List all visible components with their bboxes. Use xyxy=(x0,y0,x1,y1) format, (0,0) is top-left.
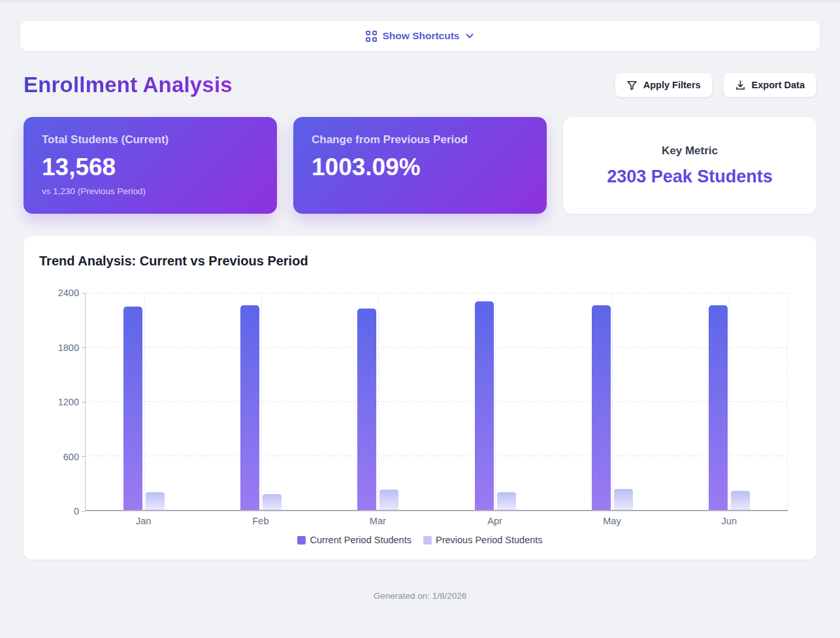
gridline-vertical xyxy=(612,293,613,510)
stat-value: 13,568 xyxy=(42,154,259,181)
bar-group xyxy=(437,293,554,510)
key-metric-value: 2303 Peak Students xyxy=(607,167,773,187)
legend-swatch xyxy=(297,536,306,545)
shortcuts-bar: Show Shortcuts xyxy=(20,21,820,51)
y-axis-label: 600 xyxy=(63,452,85,462)
bar-group xyxy=(554,293,671,510)
bar-group xyxy=(671,293,788,510)
filter-icon xyxy=(626,80,638,91)
gridline-vertical xyxy=(787,293,788,510)
bar-chart: 2400180012006000 xyxy=(85,293,788,511)
key-metric-label: Key Metric xyxy=(662,144,718,158)
x-axis-label: Jan xyxy=(85,516,202,526)
stat-card-change: Change from Previous Period 1003.09% xyxy=(293,117,547,214)
apply-filters-label: Apply Filters xyxy=(643,80,701,90)
bar-group xyxy=(319,293,436,510)
dashboard-page: Show Shortcuts Enrollment Analysis Apply… xyxy=(0,3,840,601)
bar-current-period[interactable] xyxy=(592,305,611,510)
plot-area[interactable] xyxy=(85,293,788,511)
x-axis-label: Feb xyxy=(202,516,319,526)
export-data-label: Export Data xyxy=(752,80,805,90)
show-shortcuts-button[interactable]: Show Shortcuts xyxy=(366,30,475,42)
x-axis-label: May xyxy=(553,516,670,526)
page-title: Enrollment Analysis xyxy=(24,73,233,97)
bar-group xyxy=(86,293,202,510)
gridline-vertical xyxy=(378,293,379,510)
bar-previous-period[interactable] xyxy=(731,491,750,510)
apply-filters-button[interactable]: Apply Filters xyxy=(615,73,713,97)
x-axis-labels: JanFebMarAprMayJun xyxy=(85,516,788,526)
show-shortcuts-label: Show Shortcuts xyxy=(383,30,460,42)
download-icon xyxy=(735,80,746,91)
chart-title: Trend Analysis: Current vs Previous Peri… xyxy=(39,254,801,269)
x-axis-label: Mar xyxy=(319,516,436,526)
bar-current-period[interactable] xyxy=(123,307,142,510)
bar-previous-period[interactable] xyxy=(380,490,398,510)
grid-icon xyxy=(366,31,377,42)
y-axis-label: 2400 xyxy=(58,288,85,298)
y-axis-label: 1800 xyxy=(58,343,85,353)
bar-current-period[interactable] xyxy=(709,305,728,510)
export-data-button[interactable]: Export Data xyxy=(723,73,816,97)
bar-previous-period[interactable] xyxy=(614,489,633,511)
bar-current-period[interactable] xyxy=(475,301,494,510)
gridline-vertical xyxy=(495,293,496,510)
header-actions: Apply Filters Export Data xyxy=(615,73,816,97)
page-header: Enrollment Analysis Apply Filters Export… xyxy=(24,73,816,97)
legend-label: Current Period Students xyxy=(310,535,412,545)
bar-current-period[interactable] xyxy=(357,309,376,510)
legend-swatch xyxy=(423,536,432,545)
legend-label: Previous Period Students xyxy=(436,535,543,545)
stats-row: Total Students (Current) 13,568 vs 1,230… xyxy=(24,117,816,214)
y-axis-label: 1200 xyxy=(58,397,85,407)
stat-card-key-metric: Key Metric 2303 Peak Students xyxy=(563,117,816,214)
stat-subtext: vs 1,230 (Previous Period) xyxy=(42,186,259,196)
x-axis-label: Jun xyxy=(671,516,788,526)
stat-value: 1003.09% xyxy=(312,154,528,181)
x-axis-label: Apr xyxy=(436,516,553,526)
gridline-vertical xyxy=(729,293,730,510)
chevron-down-icon xyxy=(465,31,474,41)
gridline-vertical xyxy=(261,293,262,510)
legend-item[interactable]: Previous Period Students xyxy=(423,535,543,545)
gridline-vertical xyxy=(144,293,145,510)
stat-label: Total Students (Current) xyxy=(42,133,259,146)
bar-current-period[interactable] xyxy=(240,305,259,510)
trend-chart-card: Trend Analysis: Current vs Previous Peri… xyxy=(24,236,816,560)
bar-group xyxy=(202,293,319,510)
generated-timestamp: Generated on: 1/8/2026 xyxy=(20,591,820,601)
chart-legend: Current Period StudentsPrevious Period S… xyxy=(39,535,801,545)
legend-item[interactable]: Current Period Students xyxy=(297,535,412,545)
bar-previous-period[interactable] xyxy=(263,494,282,510)
bar-previous-period[interactable] xyxy=(146,492,165,510)
bar-previous-period[interactable] xyxy=(497,492,516,510)
y-axis-label: 0 xyxy=(74,506,85,516)
stat-label: Change from Previous Period xyxy=(312,133,528,146)
stat-card-total-students: Total Students (Current) 13,568 vs 1,230… xyxy=(24,117,277,214)
